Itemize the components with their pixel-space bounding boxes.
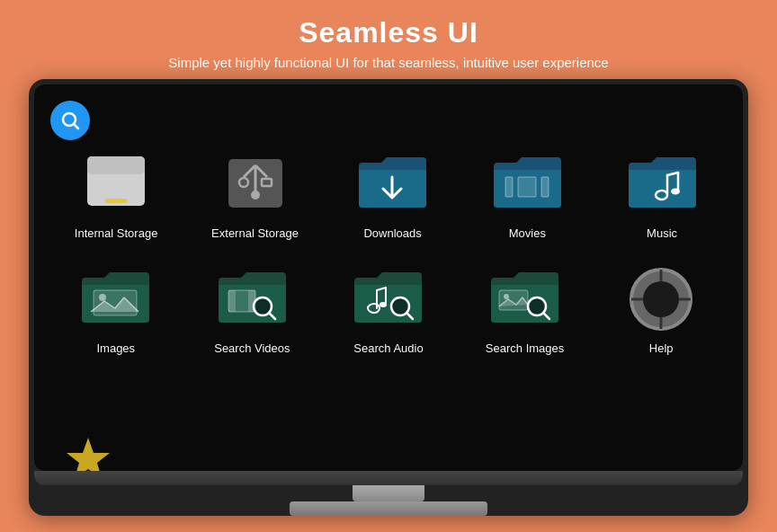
page-subtitle: Simple yet highly functional UI for that… [168, 55, 608, 70]
search-audio-icon [348, 262, 429, 334]
search-audio-label: Search Audio [353, 341, 423, 355]
search-images-icon [485, 262, 566, 334]
music-item[interactable]: Music [617, 138, 707, 249]
tv-bottom-bar [34, 471, 743, 485]
svg-point-18 [671, 188, 680, 194]
svg-point-36 [643, 281, 679, 317]
search-images-label: Search Images [486, 341, 564, 355]
search-images-item[interactable]: Search Images [480, 253, 570, 364]
search-videos-item[interactable]: Search Videos [207, 253, 297, 364]
search-audio-item[interactable]: Search Audio [344, 253, 433, 364]
svg-point-20 [99, 294, 106, 301]
stand-neck [353, 485, 424, 501]
internal-storage-item[interactable]: Internal Storage [70, 138, 163, 249]
music-icon [621, 147, 702, 219]
page-header: Seamless UI Simple yet highly functional… [168, 0, 608, 79]
images-label: Images [96, 341, 135, 355]
search-videos-icon [211, 262, 292, 334]
movies-item[interactable]: Movies [482, 138, 572, 249]
internal-storage-label: Internal Storage [75, 226, 158, 240]
tv-frame: Internal Storage External [29, 79, 748, 516]
help-icon [621, 262, 701, 334]
svg-rect-3 [87, 156, 145, 174]
external-storage-item[interactable]: External Storage [207, 138, 303, 249]
external-storage-label: External Storage [211, 226, 299, 240]
help-label: Help [649, 341, 674, 355]
page-title: Seamless UI [168, 16, 608, 49]
external-storage-icon [215, 147, 296, 219]
downloads-item[interactable]: Downloads [348, 138, 438, 249]
search-button[interactable] [50, 101, 90, 140]
svg-rect-14 [518, 177, 536, 197]
search-icon [59, 110, 81, 131]
music-label: Music [647, 226, 677, 240]
downloads-icon [353, 147, 433, 219]
svg-marker-41 [67, 438, 110, 472]
movies-label: Movies [509, 226, 546, 240]
movies-icon [487, 147, 567, 219]
search-videos-label: Search Videos [214, 341, 290, 355]
tv-stand [34, 471, 743, 516]
svg-rect-13 [505, 177, 513, 197]
svg-point-32 [504, 294, 509, 299]
downloads-label: Downloads [363, 226, 421, 240]
tv-screen: Internal Storage External [34, 84, 743, 471]
help-item[interactable]: Help [616, 253, 706, 364]
svg-rect-15 [541, 177, 549, 197]
svg-rect-4 [105, 199, 127, 203]
stand-base [290, 501, 487, 516]
svg-point-28 [380, 302, 387, 307]
images-icon [76, 262, 156, 334]
svg-point-11 [251, 191, 260, 200]
images-item[interactable]: Images [71, 253, 161, 364]
svg-line-1 [75, 125, 79, 129]
svg-rect-22 [228, 290, 236, 312]
internal-storage-icon [76, 147, 156, 219]
